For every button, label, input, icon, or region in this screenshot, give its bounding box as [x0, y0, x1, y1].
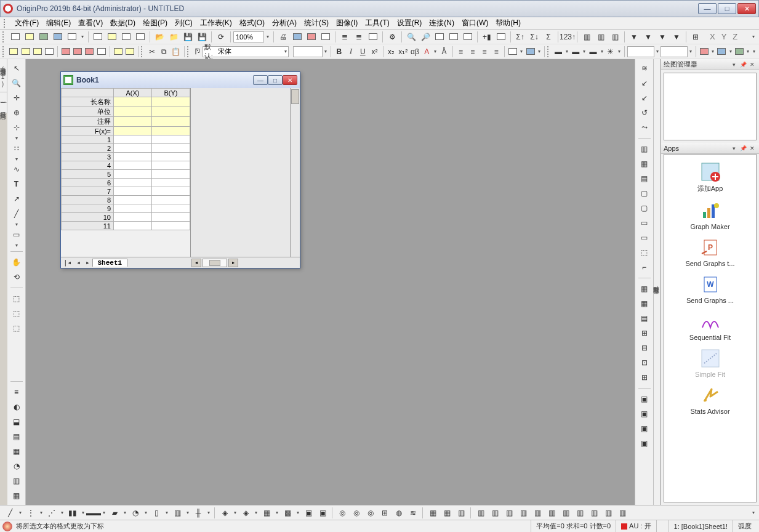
superscript-button[interactable]: x²: [369, 45, 380, 58]
cell[interactable]: [114, 144, 152, 153]
font-family-input[interactable]: [216, 47, 284, 57]
palette2-button[interactable]: ◐: [9, 400, 24, 414]
reader-tool-button[interactable]: ✛: [9, 91, 24, 105]
r4-button[interactable]: ↺: [637, 106, 652, 119]
row-number[interactable]: 5: [62, 170, 114, 179]
angstrom-button[interactable]: Å: [438, 45, 449, 58]
workbook-window[interactable]: Book1 — □ ✕ A(X) B(Y) 长名称 单位 注释: [60, 71, 300, 268]
dd-icon[interactable]: ▾: [206, 510, 212, 515]
gadget5-button[interactable]: [461, 30, 475, 44]
print-button[interactable]: 🖨: [276, 30, 290, 44]
mp1-button[interactable]: ▦: [426, 507, 440, 519]
style2-button[interactable]: [524, 45, 536, 58]
palette6-button[interactable]: ◔: [9, 459, 24, 473]
r8-button[interactable]: ▤: [637, 172, 652, 185]
new-excel-button[interactable]: [37, 30, 50, 44]
greek-button[interactable]: αβ: [409, 45, 420, 58]
dd-icon[interactable]: ▾: [253, 510, 259, 515]
r5-button[interactable]: ⤳: [637, 121, 652, 134]
menu-plot[interactable]: 绘图(P): [139, 17, 171, 30]
panel-pin-icon[interactable]: 📌: [739, 60, 747, 69]
dd-icon[interactable]: ▾: [688, 49, 693, 54]
font-size-input[interactable]: [293, 46, 323, 57]
row-number[interactable]: 8: [62, 196, 114, 204]
workbook-titlebar[interactable]: Book1 — □ ✕: [61, 72, 300, 88]
overflow-icon[interactable]: ▾: [752, 49, 757, 54]
row-number[interactable]: 4: [62, 161, 114, 170]
r7-button[interactable]: ▦: [637, 157, 652, 171]
app-send-graphs-ppt[interactable]: P Send Graphs t...: [664, 234, 756, 271]
r24-button[interactable]: ▣: [637, 422, 652, 435]
menu-file[interactable]: 文件(F): [11, 17, 42, 30]
menu-data[interactable]: 数据(D): [106, 17, 139, 30]
panel-menu-icon[interactable]: ▾: [729, 60, 738, 69]
wks1-button[interactable]: [8, 45, 19, 58]
bars3-button[interactable]: ▥: [608, 30, 622, 44]
cell[interactable]: [114, 97, 152, 107]
wks10-button[interactable]: [124, 45, 135, 58]
wks3-button[interactable]: [32, 45, 43, 58]
new-function-button[interactable]: [119, 30, 133, 44]
size-dropdown-icon[interactable]: ▾: [323, 49, 328, 54]
supersub-button[interactable]: x₁²: [398, 45, 409, 58]
light-button[interactable]: ☀: [605, 45, 616, 58]
column-header-a[interactable]: A(X): [114, 89, 152, 97]
r9-button[interactable]: ▢: [637, 187, 652, 200]
cell[interactable]: [114, 179, 152, 187]
addcol-button[interactable]: +▮: [480, 30, 494, 44]
stats2-button[interactable]: Σ↓: [528, 30, 541, 44]
dd-icon[interactable]: ▾: [274, 510, 280, 515]
fill-color-button[interactable]: ▬: [570, 45, 581, 58]
dd-icon[interactable]: ▾: [185, 510, 191, 515]
cell[interactable]: [114, 204, 152, 213]
plot-manager-body[interactable]: [664, 73, 757, 140]
new-graph-button[interactable]: [51, 30, 65, 44]
r16-button[interactable]: ▦: [637, 297, 652, 310]
paint2-button[interactable]: [716, 45, 727, 58]
dd-icon[interactable]: ▾: [519, 49, 524, 54]
project-explorer-tab[interactable]: 项目管理器(1): [0, 59, 7, 92]
menu-column[interactable]: 列(C): [171, 17, 196, 30]
palette7-button[interactable]: ▥: [9, 474, 24, 488]
set-z-button[interactable]: Z: [733, 32, 737, 41]
fx-row-header[interactable]: F(x)=: [62, 127, 114, 135]
set-x-button[interactable]: X: [710, 32, 715, 41]
workbook-minimize-button[interactable]: —: [253, 75, 268, 85]
zoom-tool-button[interactable]: 🔍: [9, 76, 24, 90]
grip-icon[interactable]: [187, 46, 190, 57]
dd-icon[interactable]: ▾: [143, 510, 149, 515]
menu-help[interactable]: 帮助(H): [492, 17, 524, 30]
contour3-button[interactable]: ◎: [364, 507, 377, 519]
longname-row-header[interactable]: 长名称: [62, 97, 114, 107]
contour6-button[interactable]: ≋: [406, 507, 420, 519]
tpl6-button[interactable]: ▥: [545, 507, 558, 519]
dd-icon[interactable]: ▾: [38, 510, 44, 515]
units-row-header[interactable]: 单位: [62, 107, 114, 117]
bars1-button[interactable]: ▥: [580, 30, 593, 44]
cell[interactable]: [114, 213, 152, 222]
tab-nav-first[interactable]: |◂: [61, 259, 74, 267]
mdi-workspace[interactable]: Book1 — □ ✕ A(X) B(Y) 长名称 单位 注释: [26, 59, 635, 505]
set-y-button[interactable]: Y: [721, 32, 727, 41]
menu-format[interactable]: 格式(O): [236, 17, 268, 30]
menu-statistics[interactable]: 统计(S): [300, 17, 332, 30]
dd-icon[interactable]: ▾: [564, 49, 569, 54]
r20-button[interactable]: ⊡: [637, 356, 652, 369]
r12-button[interactable]: ▭: [637, 231, 652, 244]
status-au[interactable]: AU : 开: [616, 520, 656, 532]
menu-tools[interactable]: 工具(T): [361, 17, 393, 30]
import-button[interactable]: [291, 30, 304, 44]
cell[interactable]: [152, 213, 190, 222]
contour1-button[interactable]: ◎: [335, 507, 349, 519]
subscript-button[interactable]: x₂: [385, 45, 396, 58]
font-dropdown-icon[interactable]: ▾: [284, 49, 288, 54]
wks9-button[interactable]: [113, 45, 124, 58]
bar-plot-button[interactable]: ▬▬: [87, 507, 100, 519]
dd-icon[interactable]: ▾: [728, 49, 733, 54]
stock-plot-button[interactable]: ╫: [191, 507, 205, 519]
wks8-button[interactable]: [96, 45, 107, 58]
app-stats-advisor[interactable]: Stats Advisor: [664, 382, 756, 419]
app-add[interactable]: 添加App: [664, 158, 756, 197]
dd-icon[interactable]: ▾: [655, 49, 660, 54]
wks7-button[interactable]: [84, 45, 95, 58]
